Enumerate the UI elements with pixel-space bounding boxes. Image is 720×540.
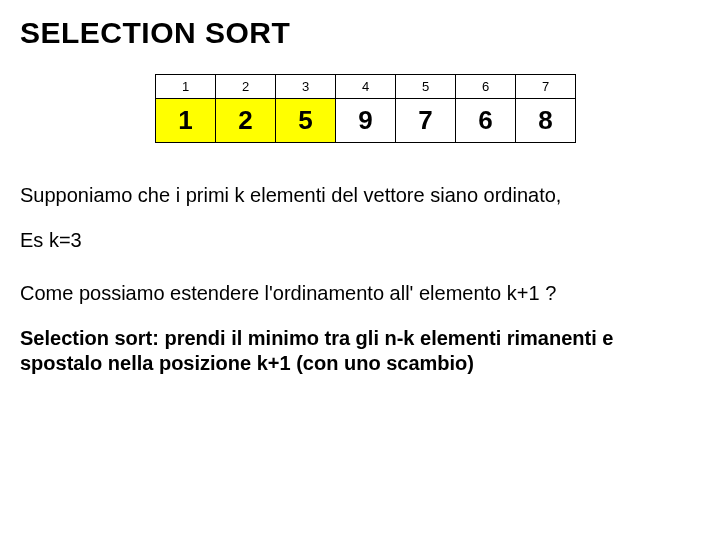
value-cell: 9 [336,99,396,143]
index-cell: 2 [216,75,276,99]
index-cell: 6 [456,75,516,99]
paragraph-supponiamo: Supponiamo che i primi k elementi del ve… [20,183,700,208]
index-cell: 4 [336,75,396,99]
index-cell: 7 [516,75,576,99]
value-cell-sorted: 2 [216,99,276,143]
index-cell: 3 [276,75,336,99]
paragraph-question: Come possiamo estendere l'ordinamento al… [20,281,700,306]
value-cell: 8 [516,99,576,143]
array-table: 1 2 3 4 5 6 7 1 2 5 9 7 6 8 [155,74,576,143]
index-cell: 1 [156,75,216,99]
page-title: SELECTION SORT [20,16,700,50]
value-cell-sorted: 1 [156,99,216,143]
paragraph-esk: Es k=3 [20,228,700,253]
value-cell-sorted: 5 [276,99,336,143]
paragraph-algorithm: Selection sort: prendi il minimo tra gli… [20,326,700,376]
index-row: 1 2 3 4 5 6 7 [156,75,576,99]
index-cell: 5 [396,75,456,99]
value-cell: 7 [396,99,456,143]
value-row: 1 2 5 9 7 6 8 [156,99,576,143]
value-cell: 6 [456,99,516,143]
